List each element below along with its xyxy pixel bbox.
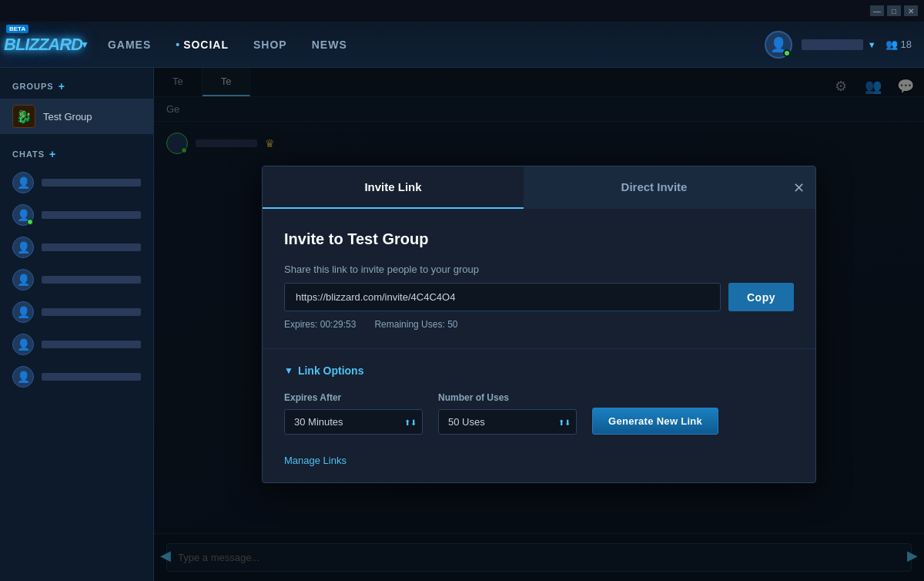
chat-name-6: [42, 341, 141, 348]
chat-name-5: [42, 308, 141, 316]
chat-avatar-6: 👤: [12, 334, 34, 355]
modal-title: Invite to Test Group: [284, 230, 794, 248]
copy-button[interactable]: Copy: [728, 283, 794, 311]
maximize-button[interactable]: □: [887, 5, 901, 16]
friends-number: 18: [901, 39, 912, 50]
chevron-down-icon: ▼: [284, 365, 293, 376]
link-options-label: Link Options: [298, 364, 364, 377]
chat-name-1: [42, 179, 141, 186]
expires-after-group: Expires After 30 Minutes 1 Hour 6 Hours …: [284, 392, 423, 435]
expires-select-wrapper: 30 Minutes 1 Hour 6 Hours 24 Hours 7 Day…: [284, 409, 423, 435]
blizzard-logo[interactable]: BLIZZARD: [12, 29, 74, 60]
chat-name-3: [42, 243, 141, 251]
minimize-button[interactable]: —: [870, 5, 884, 16]
chat-item-1[interactable]: 👤: [0, 166, 153, 199]
username-dropdown[interactable]: ▼: [868, 40, 876, 49]
modal-tabs: Invite Link Direct Invite ✕: [263, 166, 815, 209]
chat-avatar-7: 👤: [12, 366, 34, 388]
tab-invite-link[interactable]: Invite Link: [263, 166, 524, 209]
invite-modal: Invite Link Direct Invite ✕ Invite to Te…: [262, 166, 816, 483]
close-button[interactable]: ✕: [904, 5, 918, 16]
chat-item-7[interactable]: 👤: [0, 361, 153, 393]
username-bar: [802, 39, 863, 50]
remaining-uses-label: Remaining Uses: 50: [374, 319, 457, 330]
chat-avatar-4: 👤: [12, 269, 34, 290]
chat-name-2: [42, 211, 141, 219]
chat-avatar-5: 👤: [12, 301, 34, 323]
beta-badge: BETA: [6, 25, 28, 33]
modal-body: Invite to Test Group Share this link to …: [263, 209, 815, 482]
nav-news[interactable]: NEWS: [312, 39, 347, 51]
options-row: Expires After 30 Minutes 1 Hour 6 Hours …: [284, 392, 794, 435]
generate-new-link-button[interactable]: Generate New Link: [592, 408, 718, 435]
nav-games[interactable]: GAMES: [108, 39, 151, 51]
nav-social[interactable]: SOCIAL: [176, 39, 229, 51]
expires-after-label: Expires After: [284, 392, 423, 403]
logo-text: BLIZZARD: [4, 35, 82, 55]
manage-links-link[interactable]: Manage Links: [284, 455, 346, 466]
nav-right: 👤 ▼ 👥 18: [765, 31, 912, 59]
chat-avatar-1: 👤: [12, 172, 34, 193]
expires-after-select[interactable]: 30 Minutes 1 Hour 6 Hours 24 Hours 7 Day…: [284, 409, 423, 435]
chat-item-6[interactable]: 👤: [0, 328, 153, 361]
number-of-uses-select[interactable]: 50 Uses 10 Uses 25 Uses 100 Uses No Limi…: [438, 409, 577, 435]
sidebar-item-test-group[interactable]: 🐉 Test Group: [0, 99, 153, 134]
nav-links: GAMES SOCIAL SHOP NEWS: [108, 39, 347, 51]
invite-link-input[interactable]: [284, 283, 721, 311]
group-name-label: Test Group: [43, 111, 92, 123]
modal-divider: [263, 348, 815, 349]
link-options-header[interactable]: ▼ Link Options: [284, 364, 794, 377]
modal-backdrop: Invite Link Direct Invite ✕ Invite to Te…: [154, 68, 924, 581]
online-dot-2: [27, 219, 33, 225]
chat-item-4[interactable]: 👤: [0, 264, 153, 296]
user-avatar[interactable]: 👤: [765, 31, 792, 59]
number-of-uses-group: Number of Uses 50 Uses 10 Uses 25 Uses 1…: [438, 392, 577, 435]
expires-label: Expires: 00:29:53: [284, 319, 356, 330]
link-row: Copy: [284, 283, 794, 311]
add-chat-button[interactable]: +: [49, 148, 56, 160]
group-icon: 🐉: [12, 105, 35, 128]
nav-dropdown-arrow[interactable]: ▼: [80, 39, 89, 50]
chat-item-5[interactable]: 👤: [0, 296, 153, 328]
tab-direct-invite[interactable]: Direct Invite: [524, 166, 785, 209]
modal-subtitle: Share this link to invite people to your…: [284, 264, 794, 275]
username-area: ▼: [802, 39, 876, 50]
groups-header: GROUPS +: [0, 77, 153, 99]
chat-avatar-2: 👤: [12, 204, 34, 226]
number-of-uses-label: Number of Uses: [438, 392, 577, 403]
chat-avatar-3: 👤: [12, 237, 34, 258]
sidebar: GROUPS + 🐉 Test Group CHATS + 👤 👤: [0, 68, 154, 581]
main-layout: GROUPS + 🐉 Test Group CHATS + 👤 👤: [0, 68, 924, 581]
add-group-button[interactable]: +: [59, 80, 65, 92]
chats-header: CHATS +: [0, 145, 153, 166]
uses-select-wrapper: 50 Uses 10 Uses 25 Uses 100 Uses No Limi…: [438, 409, 577, 435]
chat-name-7: [42, 373, 141, 381]
chat-item-2[interactable]: 👤: [0, 199, 153, 231]
friends-icon: 👥: [886, 39, 898, 50]
content-area: Te Te Ge ⚙ 👥 💬 ♛ ◀: [154, 68, 924, 581]
chat-name-4: [42, 276, 141, 284]
title-bar: — □ ✕: [0, 0, 924, 22]
modal-close-button[interactable]: ✕: [785, 174, 812, 202]
top-nav: BETA BLIZZARD ▼ GAMES SOCIAL SHOP NEWS 👤…: [0, 22, 924, 68]
online-indicator: [783, 49, 791, 57]
expiry-row: Expires: 00:29:53 Remaining Uses: 50: [284, 319, 794, 330]
chat-item-3[interactable]: 👤: [0, 231, 153, 264]
friends-count[interactable]: 👥 18: [886, 39, 912, 50]
nav-shop[interactable]: SHOP: [253, 39, 287, 51]
